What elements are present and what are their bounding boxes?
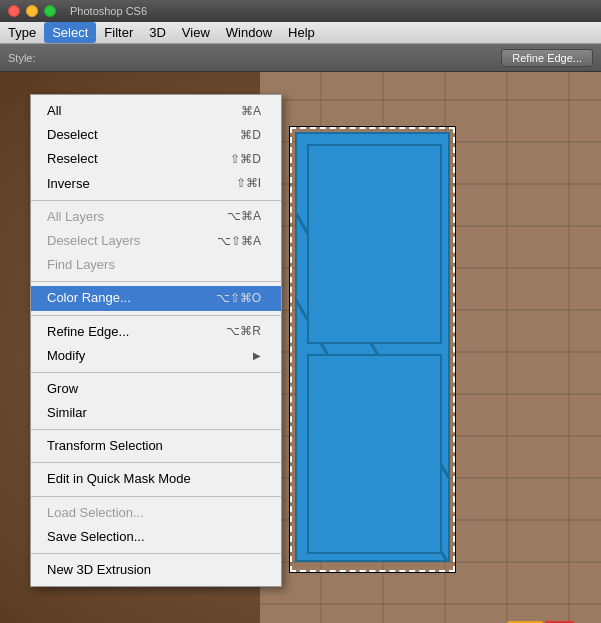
menu-item-transform-selection[interactable]: Transform Selection [31, 434, 281, 458]
separator-6 [31, 462, 281, 463]
menubar: Type Select Filter 3D View Window Help [0, 22, 601, 44]
separator-2 [31, 281, 281, 282]
menu-item-load-selection: Load Selection... [31, 501, 281, 525]
menu-item-modify[interactable]: Modify ▶ [31, 344, 281, 368]
menu-item-similar[interactable]: Similar [31, 401, 281, 425]
menu-window[interactable]: Window [218, 22, 280, 43]
menu-help[interactable]: Help [280, 22, 323, 43]
separator-7 [31, 496, 281, 497]
menu-item-quick-mask[interactable]: Edit in Quick Mask Mode [31, 467, 281, 491]
separator-3 [31, 315, 281, 316]
refine-edge-button[interactable]: Refine Edge... [501, 49, 593, 67]
separator-4 [31, 372, 281, 373]
menu-item-deselect-layers: Deselect Layers ⌥⇧⌘A [31, 229, 281, 253]
menu-item-all[interactable]: All ⌘A [31, 99, 281, 123]
blue-shutter [295, 132, 450, 562]
menu-select[interactable]: Select [44, 22, 96, 43]
menu-item-refine-edge[interactable]: Refine Edge... ⌥⌘R [31, 320, 281, 344]
app-title: Photoshop CS6 [70, 5, 147, 17]
minimize-button[interactable] [26, 5, 38, 17]
menu-item-color-range[interactable]: Color Range... ⌥⇧⌘O [31, 286, 281, 310]
main-content: shancun.net All ⌘A Deselect ⌘D Reselect … [0, 72, 601, 623]
menu-item-inverse[interactable]: Inverse ⇧⌘I [31, 172, 281, 196]
toolbar: Style: Refine Edge... [0, 44, 601, 72]
menu-3d[interactable]: 3D [141, 22, 174, 43]
menu-type[interactable]: Type [0, 22, 44, 43]
separator-1 [31, 200, 281, 201]
menu-item-find-layers: Find Layers [31, 253, 281, 277]
close-button[interactable] [8, 5, 20, 17]
select-menu-dropdown: All ⌘A Deselect ⌘D Reselect ⇧⌘D Inverse … [30, 94, 282, 587]
shutter-panel-bottom [307, 354, 442, 554]
separator-5 [31, 429, 281, 430]
titlebar: Photoshop CS6 [0, 0, 601, 22]
menu-item-reselect[interactable]: Reselect ⇧⌘D [31, 147, 281, 171]
shutter-panel-top [307, 144, 442, 344]
menu-item-deselect[interactable]: Deselect ⌘D [31, 123, 281, 147]
separator-8 [31, 553, 281, 554]
menu-item-save-selection[interactable]: Save Selection... [31, 525, 281, 549]
menu-view[interactable]: View [174, 22, 218, 43]
menu-item-new-3d-extrusion[interactable]: New 3D Extrusion [31, 558, 281, 582]
maximize-button[interactable] [44, 5, 56, 17]
menu-item-grow[interactable]: Grow [31, 377, 281, 401]
style-label: Style: [8, 52, 36, 64]
menu-item-all-layers: All Layers ⌥⌘A [31, 205, 281, 229]
menu-filter[interactable]: Filter [96, 22, 141, 43]
